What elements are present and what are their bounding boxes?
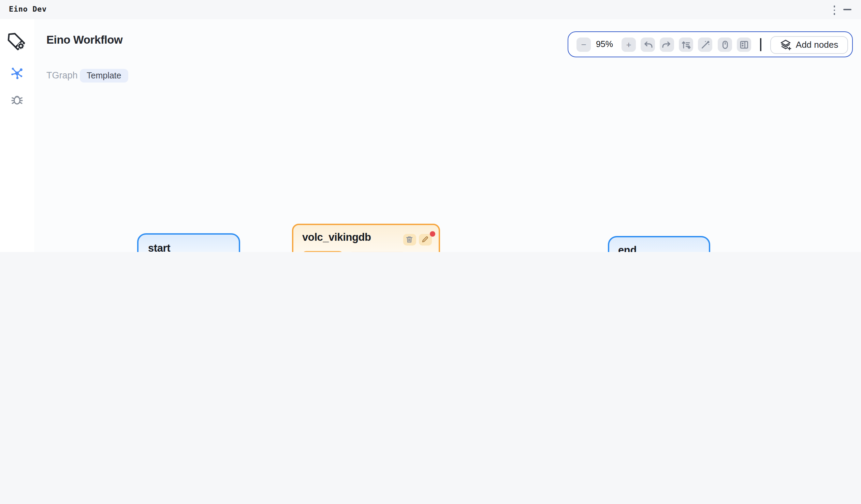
toolbar-divider (760, 38, 761, 51)
sidebar: En ? (0, 19, 34, 252)
undo-icon (643, 39, 653, 50)
layers-plus-icon (780, 39, 792, 51)
window-menu-kebab-icon[interactable] (831, 5, 838, 15)
add-nodes-label: Add nodes (796, 40, 838, 50)
canvas-toolbar: − 95% + (568, 31, 853, 57)
node-volc-vikingdb[interactable]: volc_vikingdb Retriever Unconfigure (292, 223, 440, 252)
node-volc-title: volc_vikingdb (302, 231, 371, 243)
zoom-in-button[interactable]: + (621, 37, 636, 52)
zoom-level-label: 95% (590, 40, 619, 49)
sidebar-item-debug[interactable] (0, 93, 34, 107)
edit-node-button[interactable] (419, 234, 432, 246)
window-title: Eino Dev (9, 5, 47, 14)
magic-wand-icon (700, 39, 710, 50)
sort-icon (681, 39, 691, 50)
template-badge: Template (80, 69, 128, 83)
undo-button[interactable] (641, 37, 655, 52)
unsaved-indicator-dot (430, 231, 435, 237)
sidebar-item-workflow[interactable] (0, 66, 34, 81)
window-minimize-icon[interactable] (843, 9, 851, 10)
node-volc-status-badge: Unconfigured (348, 251, 406, 252)
trash-icon (406, 236, 414, 244)
sort-nodes-button[interactable] (679, 37, 693, 52)
mouse-icon (720, 39, 730, 50)
node-volc-type-badge: Retriever (302, 251, 343, 252)
page-title: Eino Workflow (46, 33, 122, 46)
add-nodes-button[interactable]: Add nodes (770, 36, 848, 54)
pencil-icon (421, 236, 429, 244)
node-end-title: end (618, 244, 637, 252)
node-end[interactable]: end end (608, 236, 710, 252)
node-start-title: start (148, 242, 170, 252)
window-titlebar: Eino Dev (0, 0, 861, 19)
minimap-button[interactable] (737, 37, 751, 52)
app-logo-icon[interactable] (0, 31, 34, 52)
zoom-out-button[interactable]: − (576, 37, 591, 52)
auto-layout-button[interactable] (698, 37, 712, 52)
node-start[interactable]: start start (137, 233, 240, 252)
graph-name-label: TGraph (46, 70, 78, 81)
panel-layout-icon (739, 39, 749, 50)
workflow-canvas[interactable]: Eino Workflow TGraph Template − 95% + (34, 19, 861, 252)
pan-mode-button[interactable] (718, 37, 732, 52)
redo-button[interactable] (660, 37, 674, 52)
app-root: Eino Dev (0, 0, 861, 252)
redo-icon (662, 39, 672, 50)
delete-node-button[interactable] (403, 234, 416, 246)
